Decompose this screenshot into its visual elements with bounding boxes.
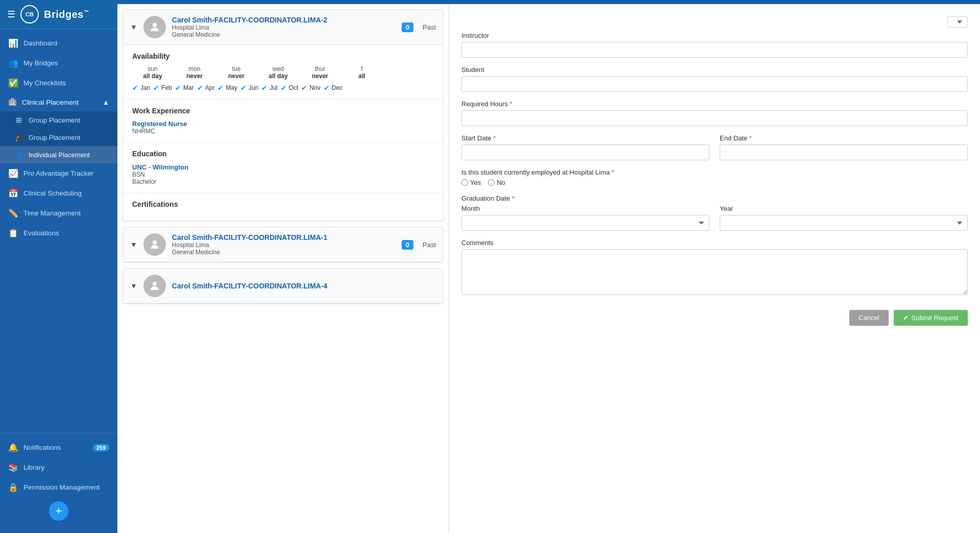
sidebar-item-group-placement-2[interactable]: 🎓 Group Placement (0, 129, 117, 146)
availability-grid: sun all day mon never tue never wed (132, 65, 434, 80)
sidebar-item-time-management[interactable]: ✏️ Time Management (0, 203, 117, 223)
year-label: Year (720, 205, 968, 212)
employed-no-radio[interactable] (488, 179, 495, 186)
end-date-label: End Date * (720, 134, 968, 142)
education-title: Education (132, 150, 434, 158)
employed-radio-group: Yes No (461, 179, 968, 186)
sidebar-group-clinical-placement[interactable]: 🏥 Clinical Placement ▲ (0, 93, 117, 111)
my-bridges-icon: 👥 (8, 58, 18, 68)
work-experience-title: Work Experience (132, 107, 434, 115)
month-mar: ✔Mar (175, 84, 194, 92)
work-experience-section: Work Experience Registered Nurse NHRMC (123, 100, 443, 142)
sidebar-item-my-bridges[interactable]: 👥 My Bridges (0, 53, 117, 73)
time-management-icon: ✏️ (8, 208, 18, 218)
required-hours-label: Required Hours * (461, 100, 968, 108)
student-hospital-2: Hospital Lima (172, 241, 396, 249)
sidebar-item-evaluations[interactable]: 📋 Evaluations (0, 223, 117, 243)
graduation-date-cols: Month JanuaryFebruaryMarch AprilMayJune … (461, 205, 968, 231)
certifications-section: Certifications (123, 193, 443, 221)
top-bar (117, 0, 980, 4)
svg-point-2 (153, 240, 157, 245)
month-apr: ✔Apr (197, 84, 215, 92)
sidebar-item-my-checklists[interactable]: ✅ My Checklists (0, 73, 117, 93)
edu-school: UNC - Wilmington (132, 163, 188, 171)
chevron-down-icon-1[interactable]: ▼ (130, 23, 137, 31)
end-date-input[interactable] (720, 144, 968, 160)
clinical-scheduling-icon: 📅 (8, 188, 18, 198)
pro-advantage-icon: 📈 (8, 168, 18, 178)
date-row: Start Date * End Date * (461, 134, 968, 160)
sidebar-item-library[interactable]: 📚 Library (0, 457, 117, 477)
month-jun: ✔Jun (240, 84, 258, 92)
student-name-2: Carol Smith-FACILITY-COORDINATOR.LIMA-1 (172, 233, 396, 241)
add-button-wrap: + (0, 497, 117, 525)
work-org: NHRMC (132, 128, 434, 135)
sidebar-item-permission-management[interactable]: 🔒 Permission Management (0, 477, 117, 497)
graduation-date-label: Graduation Date * (461, 195, 968, 202)
group-placement-2-icon: 🎓 (14, 133, 23, 141)
instructor-label: Instructor (461, 32, 968, 39)
work-position: Registered Nurse (132, 120, 434, 128)
sidebar-item-pro-advantage[interactable]: 📈 Pro Advantage Tracker (0, 163, 117, 183)
form-top-select[interactable] (947, 16, 968, 28)
month-select[interactable]: JanuaryFebruaryMarch AprilMayJune JulyAu… (461, 215, 709, 231)
main-content: ▼ Carol Smith-FACILITY-COORDINATOR.LIMA-… (117, 0, 980, 533)
svg-point-3 (153, 282, 157, 286)
clinical-placement-icon: 🏥 (8, 98, 17, 106)
day-sun: sun all day (132, 65, 173, 80)
availability-section: Availability sun all day mon never tue n (123, 45, 443, 100)
group-placement-1-icon: ⊞ (14, 116, 23, 124)
student-card-header-2: ▼ Carol Smith-FACILITY-COORDINATOR.LIMA-… (123, 227, 443, 262)
student-list-panel: ▼ Carol Smith-FACILITY-COORDINATOR.LIMA-… (117, 4, 449, 533)
comments-label: Comments (461, 239, 968, 247)
chevron-up-icon: ▲ (103, 99, 109, 106)
employed-yes-radio[interactable] (461, 179, 468, 186)
required-hours-row: Required Hours * (461, 100, 968, 126)
sidebar-item-notifications[interactable]: 🔔 Notifications 259 (0, 438, 117, 457)
sidebar-header: ☰ CB Bridges™ (0, 0, 117, 29)
notifications-badge: 259 (93, 444, 109, 451)
chevron-down-icon-2[interactable]: ▼ (130, 240, 137, 249)
sidebar-item-dashboard[interactable]: 📊 Dashboard (0, 33, 117, 53)
avatar-3 (143, 275, 166, 297)
required-hours-input[interactable] (461, 110, 968, 126)
student-card-header-3: ▼ Carol Smith-FACILITY-COORDINATOR.LIMA-… (123, 269, 443, 304)
employed-no-label[interactable]: No (488, 179, 505, 186)
student-info-2: Carol Smith-FACILITY-COORDINATOR.LIMA-1 … (172, 233, 396, 256)
day-fri: f all (341, 65, 382, 80)
year-select[interactable]: 202020212022 202320242025 (720, 215, 968, 231)
student-card-1: ▼ Carol Smith-FACILITY-COORDINATOR.LIMA-… (122, 9, 444, 222)
chevron-down-icon-3[interactable]: ▼ (130, 282, 137, 290)
logo-circle: CB (20, 5, 39, 23)
day-thur: thur never (300, 65, 340, 80)
employed-label: Is this student currently employed at Ho… (461, 168, 968, 176)
student-card-2: ▼ Carol Smith-FACILITY-COORDINATOR.LIMA-… (122, 227, 444, 263)
comments-textarea[interactable] (461, 249, 968, 295)
sidebar: ☰ CB Bridges™ 📊 Dashboard 👥 My Bridges ✅… (0, 0, 117, 533)
month-nov: ✔Nov (301, 84, 320, 92)
cancel-button[interactable]: Cancel (849, 310, 888, 326)
month-dec: ✔Dec (324, 84, 342, 92)
instructor-input[interactable] (461, 42, 968, 58)
student-hospital-1: Hospital Lima (172, 24, 396, 31)
day-tue: tue never (216, 65, 257, 80)
sidebar-item-group-placement-1[interactable]: ⊞ Group Placement (0, 111, 117, 129)
sidebar-item-clinical-scheduling[interactable]: 📅 Clinical Scheduling (0, 183, 117, 203)
past-label-1: Past (423, 23, 436, 31)
count-badge-1: 0 (402, 22, 413, 32)
student-dept-2: General Medicine (172, 249, 396, 256)
months-grid: ✔Jan ✔Feb ✔Mar ✔Apr ✔May ✔Jun ✔Jul ✔Oct … (132, 84, 434, 92)
add-button[interactable]: + (49, 501, 68, 521)
student-input[interactable] (461, 76, 968, 92)
library-icon: 📚 (8, 463, 18, 472)
start-date-input[interactable] (461, 144, 709, 160)
instructor-row: Instructor (461, 32, 968, 58)
end-date-col: End Date * (720, 134, 968, 160)
submit-button[interactable]: ✔ Submit Request (894, 310, 968, 326)
hamburger-icon[interactable]: ☰ (7, 9, 15, 20)
employed-yes-label[interactable]: Yes (461, 179, 481, 186)
notifications-icon: 🔔 (8, 443, 18, 452)
sidebar-item-individual-placement[interactable]: 👤 Individual Placement (0, 146, 117, 163)
student-name-3: Carol Smith-FACILITY-COORDINATOR.LIMA-4 (172, 282, 436, 290)
svg-marker-1 (443, 16, 444, 38)
